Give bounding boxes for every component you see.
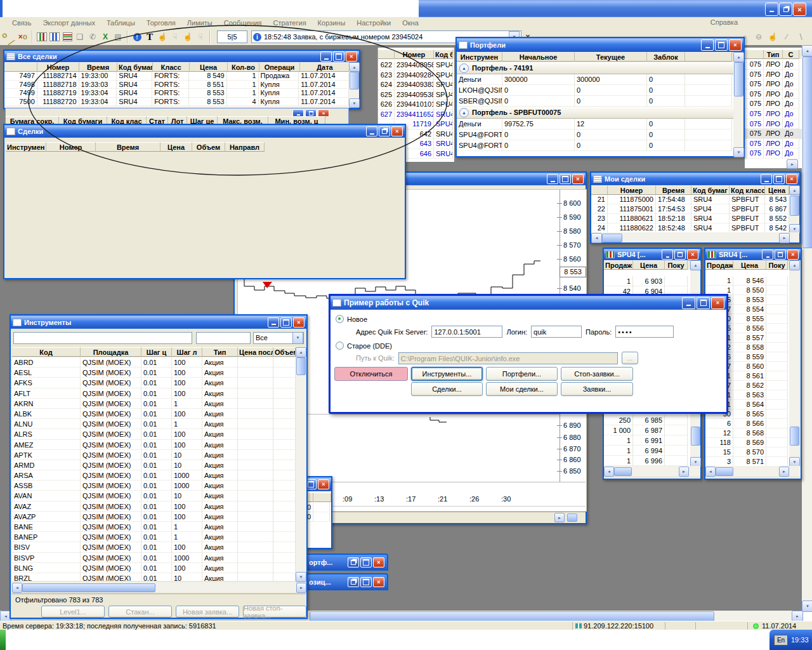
table-row[interactable]: 749911188271919:33:04SRU4FORTS:8 5531Куп… [4, 89, 349, 98]
close-button[interactable]: × [391, 126, 403, 136]
table-row[interactable]: ASSBQJSIM (MOEX)0.011000Акция [12, 481, 296, 491]
hand3-icon[interactable]: ☝ [181, 30, 194, 43]
scroll-left-icon[interactable]: ◄ [591, 233, 602, 243]
column-header[interactable]: Заблок [647, 52, 685, 62]
login-input[interactable]: quik [531, 326, 582, 338]
table-row[interactable]: AVANQJSIM (MOEX)0.0110Акция [12, 491, 296, 501]
action-button[interactable]: Level1... [41, 606, 105, 618]
hand-tool-icon[interactable]: ☝ [766, 30, 779, 43]
minimize-button[interactable] [268, 317, 279, 328]
close-button[interactable]: × [729, 39, 742, 51]
hand2-icon[interactable]: ☟ [169, 30, 181, 43]
scroll-thumb[interactable] [602, 234, 622, 242]
column-header[interactable]: Цена [733, 260, 766, 270]
password-input[interactable]: •••• [615, 326, 674, 338]
table-row[interactable]: ALNUQJSIM (MOEX)0.011Акция [12, 419, 296, 429]
table-row[interactable]: AESLQJSIM (MOEX)0.01100Акция [12, 368, 296, 378]
table-row[interactable]: 2506 985 [604, 415, 690, 425]
column-header[interactable] [685, 52, 732, 62]
scroll-up-icon[interactable]: ▲ [802, 45, 812, 56]
table-row[interactable]: ARSAQJSIM (MOEX)0.011000Акция [12, 470, 296, 481]
type-filter-combobox[interactable]: Все ▼ [253, 332, 304, 344]
restore-button[interactable] [348, 577, 359, 587]
browse-button[interactable]: ... [622, 352, 638, 364]
column-header[interactable]: Дата [300, 62, 350, 72]
column-header[interactable]: Продаж [705, 260, 733, 270]
scroll-thumb[interactable] [310, 611, 714, 621]
column-header[interactable]: Время [79, 62, 117, 72]
column-header[interactable]: Кол-во [228, 62, 259, 72]
table-row[interactable]: AFLTQJSIM (MOEX)0.01100Акция [12, 388, 296, 399]
column-header[interactable]: Код бумаг [691, 185, 730, 195]
table-row[interactable]: BRZLQJSIM (MOEX)0.0110Акция [12, 573, 296, 581]
column-header[interactable]: Текущее [575, 52, 647, 62]
scroll-thumb[interactable] [790, 196, 799, 216]
scroll-thumb[interactable] [296, 357, 306, 375]
menu-item[interactable]: Таблицы [101, 19, 141, 27]
notepad-icon[interactable]: ▤ [112, 30, 124, 43]
column-header[interactable]: Шаг ц [141, 347, 172, 357]
column-header[interactable]: Цена [765, 185, 789, 195]
chevron-down-icon[interactable]: ▼ [292, 332, 303, 344]
table-row[interactable]: AFKSQJSIM (MOEX)0.01100Акция [12, 378, 296, 388]
disconnect-button[interactable]: Отключиться [334, 367, 408, 381]
deals-button[interactable]: Сделки... [411, 382, 483, 396]
scroll-left-icon[interactable]: ◄ [12, 583, 22, 593]
horizontal-scrollbar[interactable]: ◄ ► [591, 232, 799, 242]
table-row[interactable]: 158 570 [705, 448, 789, 457]
connect-key-icon[interactable]: o— [4, 30, 16, 43]
table-row[interactable]: 075ЛРОДо [745, 70, 802, 80]
column-header[interactable]: Продаж [604, 260, 633, 270]
column-header[interactable] [4, 62, 37, 72]
column-header[interactable]: Номер [46, 142, 96, 152]
chart-blue-icon[interactable] [48, 30, 61, 43]
column-header[interactable] [378, 50, 395, 59]
scroll-up-icon[interactable]: ▲ [789, 185, 800, 195]
scroll-up-icon[interactable]: ▲ [349, 62, 360, 72]
vertical-scrollbar[interactable]: ▲ ▼ [789, 260, 799, 466]
column-header[interactable]: Операци [259, 62, 300, 72]
column-header[interactable]: Тип [202, 347, 238, 357]
table-row[interactable]: 6262394410101SPU4 [378, 100, 454, 110]
horizontal-scrollbar[interactable]: ◄ ► [12, 582, 306, 592]
chart-icon[interactable] [36, 30, 48, 43]
portfolio-group-header[interactable]: ▲Портфель - SPBFUT00075 [457, 107, 733, 119]
scroll-thumb[interactable] [802, 56, 812, 248]
table-row[interactable]: BISVQJSIM (MOEX)0.01100Акция [12, 542, 296, 552]
portfolios-button[interactable]: Портфели... [486, 367, 558, 381]
maximize-button[interactable] [674, 249, 686, 260]
menu-item[interactable]: Окна [396, 19, 424, 27]
table-row[interactable]: 075ЛРОДо [745, 60, 802, 70]
menu-item[interactable]: Стратегия [267, 19, 311, 27]
table-row[interactable]: 075ЛРОДо [745, 109, 802, 119]
table-row[interactable]: LKOH@QJSIN000 [457, 85, 733, 96]
table-row[interactable]: 075ЛРОДо [745, 139, 802, 149]
scroll-thumb[interactable] [350, 72, 359, 90]
table-row[interactable]: AKRNQJSIM (MOEX)0.011Акция [12, 399, 296, 409]
table-row[interactable]: 16 903 [604, 276, 690, 286]
table-row[interactable]: 16 991 [604, 435, 690, 446]
dialog-title-bar[interactable]: Пример работы с Quik × [331, 296, 726, 310]
minimize-button[interactable] [366, 126, 377, 136]
maximize-button[interactable] [333, 51, 344, 62]
table-row[interactable]: BLNGQJSIM (MOEX)0.01100Акция [12, 563, 296, 573]
table-row[interactable]: 6242394409383SPU4 [378, 80, 454, 90]
vse-sdelki-title-bar[interactable]: Все сделки × [4, 51, 359, 62]
scroll-thumb[interactable] [716, 467, 733, 476]
table-row[interactable]: 075ЛРОДо [745, 90, 802, 100]
scroll-right-icon[interactable]: ► [554, 513, 565, 522]
excel-export-icon[interactable]: X [99, 30, 112, 43]
vertical-scrollbar[interactable]: ▲ ▼ [733, 52, 743, 156]
portfeli-title-bar[interactable]: Портфели × [457, 38, 743, 52]
close-button[interactable]: × [346, 51, 357, 62]
scroll-up-icon[interactable]: ▲ [690, 260, 701, 270]
table-row[interactable]: 1188 569 [705, 438, 789, 448]
scroll-left-icon[interactable]: ◄ [705, 467, 716, 477]
fix-server-input[interactable]: 127.0.0.1:5001 [431, 326, 502, 338]
column-header[interactable]: Код [12, 347, 81, 357]
column-header[interactable]: Цена [190, 62, 228, 72]
mdi-vertical-scrollbar[interactable]: ▲ ▼ [802, 45, 812, 611]
menu-item[interactable]: Лимиты [181, 19, 218, 27]
close-button[interactable]: × [787, 249, 799, 260]
action-button[interactable]: Новая заявка... [176, 606, 239, 618]
